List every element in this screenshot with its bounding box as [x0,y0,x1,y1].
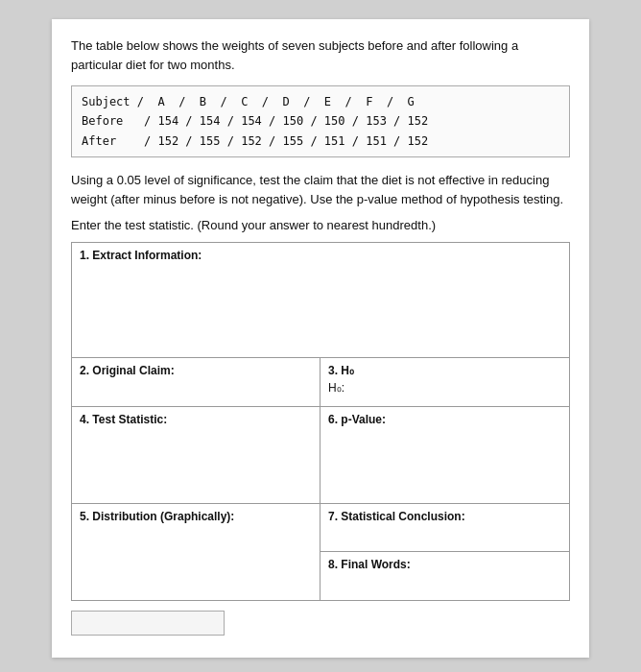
h0-label: H₀: [328,381,561,395]
original-claim-label: 2. Original Claim: [80,364,312,377]
row-2: 2. Original Claim: 3. H₀ H₀: [72,358,569,407]
distribution-cell: 5. Distribution (Graphically): [72,504,320,600]
original-claim-cell: 2. Original Claim: [72,358,320,406]
work-area: 1. Extract Information: 2. Original Clai… [71,242,570,601]
extract-label: 1. Extract Information: [80,249,561,262]
row-4: 5. Distribution (Graphically): 7. Statis… [72,504,569,600]
final-words-label: 8. Final Words: [328,558,561,571]
table-row-after: After / 152 / 155 / 152 / 155 / 151 / 15… [82,132,559,151]
pvalue-cell: 6. p-Value: [320,407,569,503]
extract-section: 1. Extract Information: [72,243,569,358]
stat-conclusion-cell: 7. Statistical Conclusion: [320,504,569,552]
page-container: The table below shows the weights of sev… [52,19,589,658]
answer-input[interactable] [71,611,225,636]
right-bottom-cell: 7. Statistical Conclusion: 8. Final Word… [320,504,569,600]
row-3: 4. Test Statistic: 6. p-Value: [72,407,569,504]
pvalue-label: 6. p-Value: [328,413,561,426]
final-words-cell: 8. Final Words: [320,552,569,600]
test-stat-cell: 4. Test Statistic: [72,407,320,503]
table-row-before: Before / 154 / 154 / 154 / 150 / 150 / 1… [82,111,559,131]
distribution-label: 5. Distribution (Graphically): [80,510,312,523]
hypothesis-cell: 3. H₀ H₀: [320,358,569,406]
enter-instruction: Enter the test statistic. (Round your an… [71,218,570,232]
intro-paragraph: The table below shows the weights of sev… [71,36,570,74]
table-row-header: Subject / A / B / C / D / E / F / G [82,92,559,111]
bottom-input-row [71,611,570,638]
h-section-label: 3. H₀ [328,364,561,377]
question-paragraph: Using a 0.05 level of significance, test… [71,171,570,208]
test-stat-label: 4. Test Statistic: [80,413,312,426]
stat-conclusion-label: 7. Statistical Conclusion: [328,510,561,523]
data-table: Subject / A / B / C / D / E / F / G Befo… [71,85,570,157]
